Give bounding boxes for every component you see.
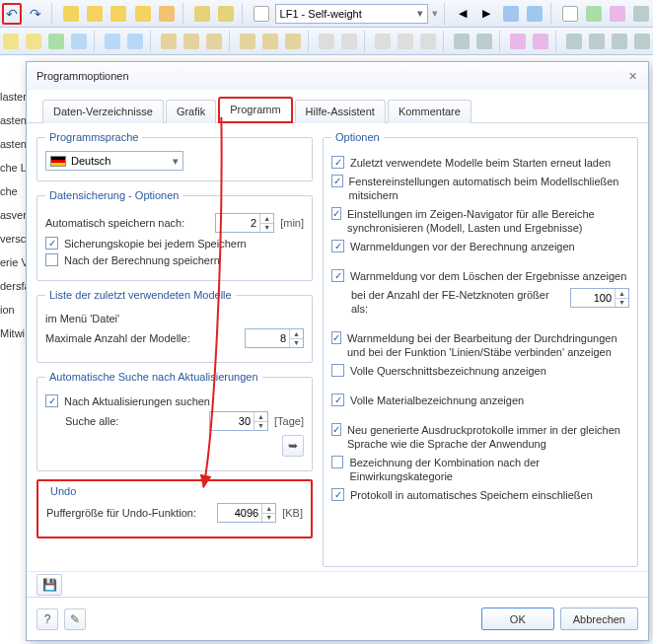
- toolbar-icon[interactable]: [610, 31, 628, 52]
- toolbar-icon[interactable]: [418, 31, 437, 52]
- toolbar-icon[interactable]: [631, 3, 651, 25]
- option-label: Neu generierte Ausdruckprotokolle immer …: [347, 423, 629, 451]
- toolbar-icon[interactable]: [126, 31, 145, 52]
- flag-icon: [50, 156, 66, 167]
- toolbar-icon[interactable]: [565, 31, 584, 52]
- search-every-spin[interactable]: ▲▼: [209, 411, 268, 431]
- recent-sub: im Menü 'Datei': [45, 313, 119, 324]
- toolbar-icon[interactable]: [474, 31, 493, 52]
- recent-max-spin[interactable]: ▲▼: [245, 328, 304, 348]
- toolbar-icon[interactable]: ◀: [453, 3, 472, 25]
- checkbox[interactable]: [331, 175, 343, 187]
- toolbar-icon[interactable]: [85, 3, 105, 25]
- group-recent: Liste der zuletzt verwendeten Modelle im…: [36, 289, 313, 363]
- fe-threshold-spin[interactable]: ▲▼: [570, 288, 629, 308]
- unit-label: [Tage]: [274, 415, 304, 427]
- toolbar-icon[interactable]: [339, 31, 358, 52]
- checkbox[interactable]: [331, 269, 344, 282]
- backup-copy-label: Sicherungskopie bei jedem Speichern: [64, 238, 247, 250]
- toolbar-icon[interactable]: [192, 3, 212, 25]
- toolbar-icon[interactable]: [109, 3, 128, 25]
- option-label: Einstellungen im Zeigen-Navigator für al…: [347, 207, 629, 235]
- cancel-button[interactable]: Abbrechen: [560, 608, 638, 630]
- option-label: Volle Materialbezeichnung anzeigen: [350, 394, 524, 407]
- toolbar-icon[interactable]: [283, 31, 302, 52]
- toolbar-icon[interactable]: [133, 3, 153, 25]
- checkbox[interactable]: [331, 207, 341, 220]
- checkbox[interactable]: [331, 423, 341, 436]
- ok-button[interactable]: OK: [481, 608, 554, 630]
- toolbar-icon[interactable]: [261, 31, 280, 52]
- group-backup: Datensicherung - Optionen Automatisch sp…: [36, 189, 313, 281]
- tab-programm[interactable]: Programm: [218, 97, 292, 123]
- option-label: Warnmeldung bei der Bearbeitung der Durc…: [347, 331, 629, 359]
- toolbar-icon[interactable]: [608, 3, 627, 25]
- checkbox[interactable]: [331, 331, 341, 344]
- checkbox-search-updates[interactable]: [45, 394, 58, 407]
- loadcase-combo[interactable]: LF1 - Self-weight: [275, 4, 428, 24]
- toolbar-icon[interactable]: [25, 31, 43, 52]
- tab-daten[interactable]: Daten-Verzeichnisse: [42, 100, 164, 123]
- search-every-label: Suche alle:: [65, 415, 118, 427]
- toolbar-icon[interactable]: [453, 31, 472, 52]
- toolbar-icon[interactable]: [560, 3, 580, 25]
- toolbar-icon[interactable]: ▶: [476, 3, 496, 25]
- tab-kommentare[interactable]: Kommentare: [388, 100, 472, 123]
- language-combo[interactable]: Deutsch: [45, 151, 183, 171]
- toolbar-icon[interactable]: [632, 31, 651, 52]
- program-options-dialog: Programmoptionen ✕ Daten-Verzeichnisse G…: [26, 61, 649, 641]
- toolbar-icon[interactable]: [182, 31, 201, 52]
- toolbar-icon[interactable]: [251, 3, 270, 25]
- unit-label: [min]: [280, 217, 304, 229]
- toolbar-icon[interactable]: [69, 31, 88, 52]
- toolbar-icon[interactable]: [525, 3, 544, 25]
- toolbar-icon[interactable]: [216, 3, 236, 25]
- group-updates: Automatische Suche nach Aktualisierungen…: [36, 371, 313, 471]
- checkbox-backup-copy[interactable]: [45, 237, 58, 250]
- checkbox[interactable]: [331, 364, 344, 377]
- after-calc-label: Nach der Berechnung speichern: [64, 254, 220, 266]
- toolbar-icon[interactable]: [532, 31, 550, 52]
- toolbar-icon[interactable]: [509, 31, 528, 52]
- search-now-button[interactable]: ➥: [282, 435, 304, 457]
- toolbar-icon[interactable]: [584, 3, 604, 25]
- close-icon[interactable]: ✕: [622, 66, 642, 86]
- toolbar-icon[interactable]: [204, 31, 223, 52]
- group-legend: Datensicherung - Optionen: [45, 189, 182, 201]
- checkbox[interactable]: [331, 456, 343, 468]
- undo-buffer-label: Puffergröße für Undo-Funktion:: [46, 507, 196, 519]
- group-legend: Undo: [46, 485, 80, 497]
- checkbox-after-calc[interactable]: [45, 253, 58, 266]
- group-legend: Liste der zuletzt verwendeten Modelle: [45, 289, 236, 301]
- toolbar-icon[interactable]: [160, 31, 179, 52]
- recent-max-label: Maximale Anzahl der Modelle:: [45, 332, 190, 344]
- checkbox[interactable]: [331, 394, 344, 406]
- checkbox[interactable]: [331, 240, 344, 252]
- undo-buffer-spin[interactable]: ▲▼: [217, 503, 276, 523]
- edit-button[interactable]: ✎: [64, 608, 86, 630]
- save-profile-button[interactable]: 💾: [36, 574, 62, 596]
- checkbox[interactable]: [331, 488, 344, 501]
- tab-grafik[interactable]: Grafik: [166, 100, 216, 123]
- undo-button[interactable]: ↶: [2, 3, 22, 25]
- toolbar-icon[interactable]: [397, 31, 415, 52]
- toolbar-icon[interactable]: [2, 31, 21, 52]
- toolbar-icon[interactable]: [104, 31, 122, 52]
- toolbar-icon[interactable]: [239, 31, 257, 52]
- toolbar-icon[interactable]: [374, 31, 393, 52]
- tab-hilfe[interactable]: Hilfe-Assistent: [295, 100, 386, 123]
- help-button[interactable]: ?: [36, 608, 58, 630]
- option-label: Fenstereinstellungen automatisch beim Mo…: [349, 175, 629, 202]
- toolbar-icon[interactable]: [318, 31, 336, 52]
- checkbox[interactable]: [331, 156, 344, 169]
- toolbar-icon[interactable]: [588, 31, 607, 52]
- redo-button[interactable]: ↷: [26, 3, 45, 25]
- group-undo: Undo Puffergröße für Undo-Funktion: ▲▼ […: [42, 485, 307, 529]
- toolbar-icon[interactable]: [157, 3, 177, 25]
- toolbar-icon[interactable]: [47, 31, 66, 52]
- toolbar-icon[interactable]: [501, 3, 521, 25]
- auto-save-label: Automatisch speichern nach:: [45, 217, 184, 229]
- auto-save-spin[interactable]: ▲▼: [215, 213, 274, 233]
- option-label: Volle Querschnittsbezeichnung anzeigen: [350, 364, 546, 378]
- toolbar-icon[interactable]: [61, 3, 81, 25]
